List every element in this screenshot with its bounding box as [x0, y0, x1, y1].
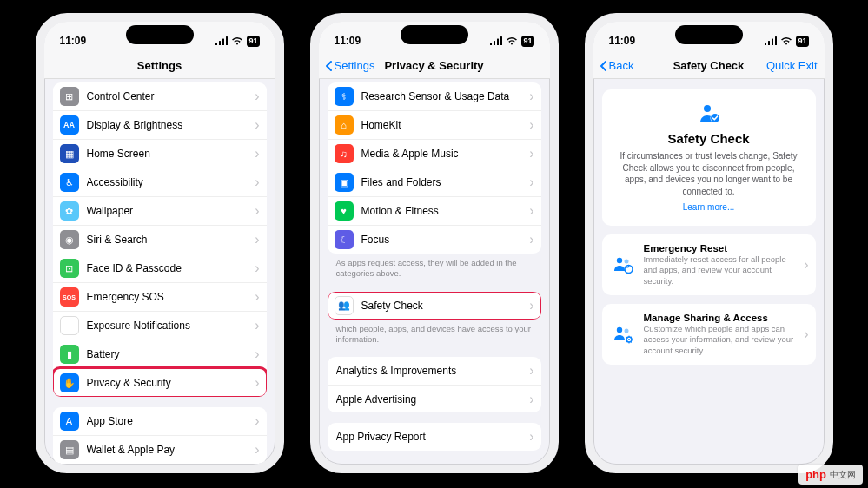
- back-label: Back: [609, 59, 634, 72]
- status-time: 11:09: [335, 35, 361, 47]
- cellular-icon: [490, 36, 502, 45]
- accessibility-icon: ♿︎: [60, 173, 79, 192]
- svg-point-21: [628, 339, 630, 340]
- scroll-area[interactable]: ⊞Control Center›AADisplay & Brightness›▦…: [44, 79, 275, 465]
- safety-icon: 👥: [335, 296, 354, 315]
- settings-group: App Privacy Report›: [328, 423, 541, 451]
- row-label: Focus: [361, 234, 530, 246]
- motion-icon: ♥︎: [335, 201, 354, 221]
- svg-rect-11: [775, 36, 777, 45]
- settings-row[interactable]: ◉Siri & Search›: [53, 225, 267, 254]
- row-label: Safety Check: [361, 300, 530, 312]
- hero-desc: If circumstances or trust levels change,…: [613, 150, 805, 197]
- chevron-right-icon: ›: [255, 89, 259, 104]
- row-label: App Store: [87, 415, 255, 427]
- status-time: 11:09: [609, 35, 636, 47]
- chevron-right-icon: ›: [255, 442, 259, 458]
- row-label: Siri & Search: [87, 234, 255, 246]
- chevron-right-icon: ›: [529, 175, 533, 190]
- learn-more-link[interactable]: Learn more...: [683, 202, 734, 212]
- row-label: Media & Apple Music: [361, 148, 530, 160]
- settings-row[interactable]: ⊡Face ID & Passcode›: [53, 254, 267, 282]
- chevron-right-icon: ›: [529, 117, 533, 133]
- chevron-right-icon: ›: [529, 146, 533, 162]
- svg-rect-7: [500, 36, 502, 45]
- settings-row[interactable]: ⚕︎Research Sensor & Usage Data›: [328, 82, 541, 110]
- settings-row[interactable]: ♥︎Motion & Fitness›: [328, 196, 541, 225]
- svg-point-15: [616, 258, 621, 263]
- status-time: 11:09: [60, 35, 87, 47]
- manage-sharing-option[interactable]: Manage Sharing & Access Customize which …: [602, 304, 816, 365]
- row-label: Apple Advertising: [336, 393, 530, 406]
- status-right: 91: [490, 36, 533, 47]
- settings-row[interactable]: ▮Battery›: [53, 340, 267, 368]
- page-title: Privacy & Security: [384, 59, 483, 72]
- row-label: Analytics & Improvements: [336, 365, 530, 377]
- row-label: App Privacy Report: [336, 431, 530, 443]
- settings-row[interactable]: AADisplay & Brightness›: [53, 110, 267, 139]
- safety-hero-card: Safety Check If circumstances or trust l…: [602, 89, 816, 226]
- settings-row[interactable]: ▦Home Screen›: [53, 139, 267, 168]
- settings-row[interactable]: ✿Wallpaper›: [53, 196, 267, 225]
- exposure-icon: ✷: [60, 316, 79, 335]
- row-label: Motion & Fitness: [361, 205, 530, 217]
- svg-point-12: [704, 105, 711, 112]
- homekit-icon: ⌂: [335, 115, 354, 135]
- settings-row[interactable]: ♫Media & Apple Music›: [328, 139, 541, 168]
- settings-row[interactable]: ▣Files and Folders›: [328, 168, 541, 196]
- wifi-icon: [506, 36, 518, 45]
- chevron-right-icon: ›: [255, 203, 259, 219]
- row-label: Face ID & Passcode: [87, 262, 255, 274]
- settings-row[interactable]: ✋Privacy & Security›: [53, 368, 267, 397]
- settings-row[interactable]: ✷Exposure Notifications›: [53, 311, 267, 340]
- section-note: As apps request access, they will be add…: [328, 254, 541, 281]
- wallet-icon: ▤: [60, 440, 79, 459]
- svg-point-18: [616, 327, 621, 333]
- settings-row[interactable]: ⌂HomeKit›: [328, 110, 541, 139]
- settings-row[interactable]: Apple Advertising›: [328, 385, 541, 412]
- svg-rect-5: [494, 41, 495, 45]
- settings-row[interactable]: Analytics & Improvements›: [328, 357, 541, 385]
- settings-row[interactable]: ♿︎Accessibility›: [53, 168, 267, 196]
- scroll-area[interactable]: ⚕︎Research Sensor & Usage Data›⌂HomeKit›…: [319, 79, 550, 465]
- back-button[interactable]: Settings: [324, 59, 375, 72]
- quick-exit-button[interactable]: Quick Exit: [766, 59, 818, 72]
- chevron-left-icon: [324, 60, 335, 72]
- control-center-icon: ⊞: [60, 87, 79, 106]
- chevron-right-icon: ›: [255, 289, 259, 305]
- chevron-right-icon: ›: [529, 298, 533, 313]
- files-icon: ▣: [335, 173, 354, 192]
- row-label: Research Sensor & Usage Data: [361, 90, 530, 102]
- settings-row[interactable]: ☾Focus›: [328, 225, 541, 254]
- appstore-icon: A: [60, 412, 79, 431]
- chevron-right-icon: ›: [255, 232, 259, 247]
- chevron-right-icon: ›: [255, 175, 259, 190]
- battery-icon: 91: [796, 36, 808, 47]
- page-title: Settings: [137, 59, 182, 72]
- emergency-reset-option[interactable]: Emergency Reset Immediately reset access…: [602, 234, 816, 295]
- option-title: Emergency Reset: [644, 243, 796, 254]
- back-button[interactable]: Back: [599, 59, 634, 72]
- focus-icon: ☾: [335, 230, 354, 249]
- settings-group: AApp Store›▤Wallet & Apple Pay›: [53, 407, 267, 464]
- status-right: 91: [215, 36, 259, 47]
- battery-icon: ▮: [60, 345, 79, 364]
- scroll-area[interactable]: Safety Check If circumstances or trust l…: [593, 79, 825, 465]
- svg-rect-2: [222, 39, 224, 46]
- svg-rect-8: [765, 43, 766, 45]
- wifi-icon: [231, 36, 243, 45]
- settings-row[interactable]: ⊞Control Center›: [53, 82, 267, 110]
- chevron-right-icon: ›: [255, 260, 259, 276]
- watermark: php 中文网: [798, 465, 863, 485]
- settings-row[interactable]: App Privacy Report›: [328, 423, 541, 451]
- settings-row[interactable]: 👥Safety Check›: [328, 292, 541, 320]
- row-label: Files and Folders: [361, 176, 530, 188]
- svg-rect-1: [219, 41, 221, 45]
- homescreen-icon: ▦: [60, 144, 79, 163]
- chevron-right-icon: ›: [255, 346, 259, 362]
- settings-group: ⚕︎Research Sensor & Usage Data›⌂HomeKit›…: [328, 82, 541, 254]
- settings-row[interactable]: SOSEmergency SOS›: [53, 282, 267, 311]
- section-note: which people, apps, and devices have acc…: [328, 320, 541, 347]
- settings-row[interactable]: AApp Store›: [53, 407, 267, 435]
- settings-row[interactable]: ▤Wallet & Apple Pay›: [53, 435, 267, 464]
